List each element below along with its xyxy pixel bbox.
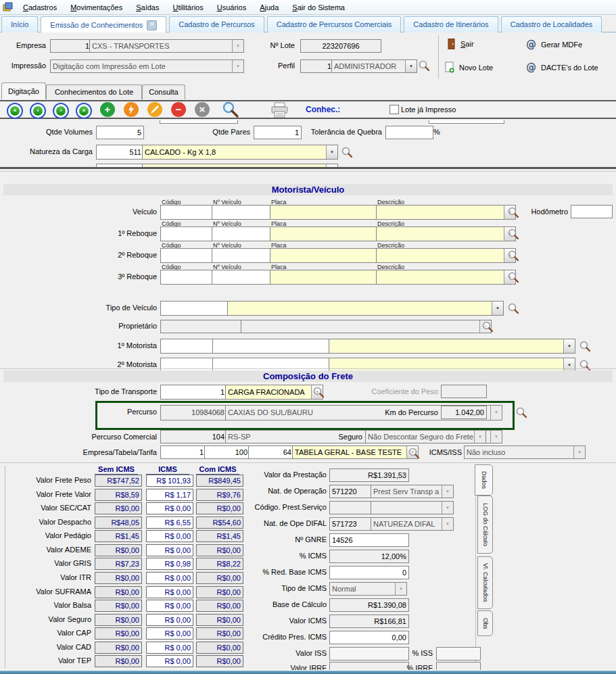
vehicle-codigo-field[interactable] <box>160 248 214 263</box>
valor-icms-field[interactable]: R$ 1,17 <box>146 489 193 501</box>
search-icon[interactable] <box>418 59 430 72</box>
vehicle-numero-field[interactable] <box>212 248 273 263</box>
chevron-down-icon[interactable] <box>563 339 575 353</box>
motorista1-combo[interactable] <box>329 339 575 354</box>
menu-ajuda[interactable]: Ajuda <box>254 2 285 13</box>
nav-next-button[interactable]: › <box>53 103 69 119</box>
search-icon[interactable] <box>507 206 519 218</box>
novo-lote-button[interactable]: Novo Lote <box>445 62 493 73</box>
cancel-button[interactable]: × <box>195 102 210 117</box>
especie-carga-code-field[interactable]: 1 <box>96 164 144 169</box>
search-icon[interactable] <box>408 447 420 459</box>
valor-iss-field[interactable] <box>329 647 409 660</box>
nav-first-button[interactable]: « <box>7 103 23 119</box>
valor-icms-field[interactable]: R$ 0,00 <box>146 627 193 640</box>
tab-cadastro-de-itinerarios[interactable]: Cadastro de Itinerários <box>404 16 498 32</box>
vehicle-descricao-combo[interactable] <box>376 248 516 263</box>
valor-icms-field[interactable]: R$ 101,93 <box>146 475 193 487</box>
tipo-veiculo-code-field[interactable] <box>160 301 229 316</box>
tipo-transporte-combo[interactable]: CARGA FRACIONADA <box>225 385 323 400</box>
subtab-digitacao[interactable]: Digitação <box>1 82 46 99</box>
menu-utilitarios[interactable]: Utilitários <box>166 2 209 13</box>
valor-icms-field[interactable]: R$ 0,00 <box>146 530 193 542</box>
vehicle-descricao-combo[interactable] <box>376 270 516 285</box>
vehicle-codigo-field[interactable] <box>160 270 214 285</box>
sair-button[interactable]: Sair <box>448 39 474 49</box>
search-icon[interactable] <box>341 146 353 158</box>
search-record-button[interactable] <box>222 101 239 120</box>
etf-empresa-field[interactable]: 1 <box>160 446 206 459</box>
nav-last-button[interactable]: » <box>76 103 92 119</box>
tab-inicio[interactable]: Início <box>1 16 38 32</box>
vehicle-placa-combo[interactable] <box>270 248 389 263</box>
tipo-transporte-code-field[interactable]: 1 <box>160 385 227 400</box>
menu-movimentacoes[interactable]: Movimentações <box>64 2 128 13</box>
etf-tabela-field[interactable]: 100 <box>204 446 250 459</box>
subtab-consulta[interactable]: Consulta <box>142 85 185 99</box>
vehicle-codigo-field[interactable] <box>160 226 214 241</box>
chevron-down-icon[interactable] <box>492 302 503 315</box>
tolerancia-quebra-field[interactable] <box>385 126 433 139</box>
valor-icms-field[interactable]: R$ 0,98 <box>146 558 193 570</box>
search-icon[interactable] <box>507 249 519 262</box>
p-red-base-icms-field[interactable]: 0 <box>329 566 409 579</box>
valor-icms-field[interactable]: R$ 0,00 <box>146 502 193 514</box>
vehicle-placa-combo[interactable] <box>270 270 389 285</box>
side-tab-log-do-calculo[interactable]: LOG do Cálculo <box>477 496 493 554</box>
motorista1-code-field[interactable] <box>160 339 214 354</box>
vehicle-descricao-combo[interactable] <box>376 226 516 241</box>
menu-usuarios[interactable]: Usuários <box>211 2 252 13</box>
subtab-conhecimentos-do-lote[interactable]: Conhecimentos do Lote <box>46 85 142 99</box>
menu-saidas[interactable]: Saídas <box>130 2 165 13</box>
vehicle-numero-field[interactable] <box>212 270 273 285</box>
etf-tarifa-field[interactable]: 64 <box>248 446 294 459</box>
tab-cadastro-de-localidades[interactable]: Cadastro de Localidades <box>501 16 602 32</box>
valor-icms-field[interactable]: R$ 0,00 <box>146 600 193 612</box>
menu-sair-do-sistema[interactable]: Sair do Sistema <box>286 2 351 13</box>
side-tab-dados[interactable]: Dados <box>475 464 493 496</box>
especie-carga-combo[interactable]: CAIXAS <box>142 164 338 169</box>
print-button[interactable] <box>270 102 289 119</box>
lote-ja-impresso-checkbox[interactable] <box>389 105 399 114</box>
perfil-combo[interactable]: ADMINISTRADOR <box>331 59 417 73</box>
search-icon[interactable] <box>515 406 527 418</box>
nav-previous-button[interactable]: ‹ <box>30 103 46 119</box>
vehicle-numero-field[interactable] <box>212 205 273 220</box>
tipo-veiculo-combo[interactable] <box>227 301 504 316</box>
credito-pres-icms-field[interactable]: 0,00 <box>329 631 409 644</box>
menu-cadastros[interactable]: Cadastros <box>17 2 63 13</box>
chevron-down-icon[interactable] <box>405 60 417 72</box>
chevron-down-icon[interactable] <box>326 164 337 169</box>
search-icon[interactable] <box>481 320 494 333</box>
valor-icms-field[interactable]: R$ 0,00 <box>146 614 193 626</box>
valor-icms-field[interactable]: R$ 0,00 <box>146 642 193 654</box>
natureza-carga-code-field[interactable]: 511 <box>96 145 144 160</box>
tab-cadastro-de-percursos[interactable]: Cadastro de Percursos <box>169 16 264 32</box>
gerar-mdfe-button[interactable]: @ Gerar MDFe <box>526 39 582 51</box>
natureza-carga-combo[interactable]: CALCADO - Kg X 1,8 <box>142 145 338 160</box>
process-lightning-button[interactable] <box>124 102 139 117</box>
search-icon[interactable] <box>312 386 325 398</box>
remove-button[interactable]: − <box>171 102 186 117</box>
qtde-pares-field[interactable]: 1 <box>254 126 302 139</box>
vehicle-placa-combo[interactable] <box>270 205 389 220</box>
search-icon[interactable] <box>507 228 519 240</box>
vehicle-numero-field[interactable] <box>212 226 273 241</box>
chevron-down-icon[interactable] <box>326 145 337 159</box>
vehicle-descricao-combo[interactable] <box>376 205 516 220</box>
valor-icms-field[interactable]: R$ 0,00 <box>146 655 193 667</box>
close-tab-icon[interactable]: ✕ <box>147 20 157 30</box>
etf-combo[interactable]: TABELA GERAL - BASE TESTE <box>292 446 419 459</box>
gnre-field[interactable]: 14526 <box>329 533 409 547</box>
vehicle-placa-combo[interactable] <box>270 226 389 241</box>
tab-emissao-de-conhecimentos[interactable]: Emissão de Conhecimentos ✕ <box>41 16 166 33</box>
side-tab-vl-calculados[interactable]: Vl. Calculados <box>477 556 493 609</box>
hodometro-field[interactable] <box>571 205 613 218</box>
search-icon[interactable] <box>507 271 519 283</box>
add-button[interactable]: + <box>100 102 115 117</box>
search-icon[interactable] <box>507 302 519 314</box>
motorista1-doc-field[interactable] <box>212 339 330 354</box>
search-icon[interactable] <box>579 340 591 352</box>
vehicle-codigo-field[interactable] <box>160 205 214 220</box>
side-tab-obs[interactable]: Obs <box>477 610 493 636</box>
